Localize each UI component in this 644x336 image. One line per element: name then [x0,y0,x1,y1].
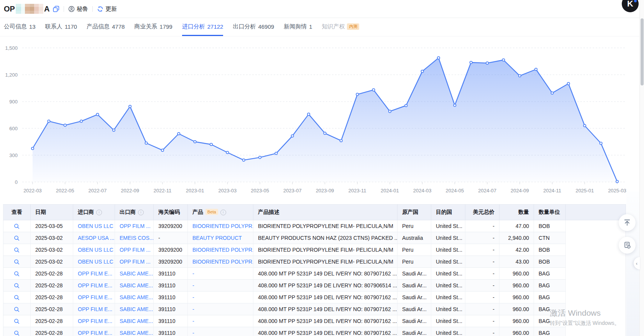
beta-badge: Beta [205,209,218,215]
back-to-top-button[interactable] [619,214,636,231]
product-link[interactable]: - [192,330,194,336]
tab-product-info[interactable]: 产品信息4778 [87,18,125,36]
tab-contacts[interactable]: 联系人1170 [45,18,77,36]
importer-link[interactable]: OPP FILM E... [78,306,112,312]
importer-link[interactable]: OBEN US LLC [78,223,113,229]
exporter-link[interactable]: EMEIS COS... [120,235,154,241]
copy-icon[interactable] [53,6,59,12]
data-point-marker [307,113,310,115]
x-axis-tick-label: 2022-07 [89,188,107,193]
import-trend-chart[interactable]: 03006009001,2001,5002022-032022-052022-0… [0,36,627,195]
table-row: 2025-02-28OPP FILM E...SABIC AME...39111… [3,292,626,303]
importer-link[interactable]: OPP FILM E... [78,282,112,288]
product-link[interactable]: BIOORIENTED POLYPR... [192,247,253,253]
view-detail-button[interactable] [14,271,20,277]
exporter-link[interactable]: SABIC AME... [120,270,153,277]
cell-quantity: 2,940.00 [499,232,534,244]
data-point-marker [96,113,99,116]
cell-description: BIORIENTED POLYPROPYLENE FILM- PELICULA,… [253,244,398,256]
importer-link[interactable]: OPP FILM E... [78,294,112,300]
view-detail-button[interactable] [14,247,20,253]
cell-importer: OBEN US LLC [73,256,115,268]
view-detail-button[interactable] [14,330,20,336]
view-detail-button[interactable] [14,235,20,241]
cell-date: 2025-03-02 [31,232,73,244]
cell-hs-code: 39209200 [154,220,188,232]
cell-destination-country: United St... [431,280,465,292]
vertical-scrollbar[interactable] [639,0,644,336]
x-axis-tick-label: 2023-05 [251,188,269,193]
importer-link[interactable]: OPP FILM E... [78,318,112,324]
product-link[interactable]: - [192,318,194,324]
refresh-icon[interactable] [97,6,104,12]
column-header-filler [566,205,626,220]
cell-view [3,292,31,303]
view-detail-button[interactable] [14,283,20,289]
tab-import-analysis[interactable]: 进口分析27122 [182,18,223,36]
exporter-link[interactable]: OPP FILM ... [120,223,151,229]
exporter-link[interactable]: OPP FILM ... [120,247,151,253]
info-icon[interactable]: i [138,210,144,215]
app-logo[interactable]: K [622,0,639,12]
info-icon[interactable]: i [220,210,226,215]
y-axis-tick-label: 900 [9,99,18,105]
cell-exporter: SABIC AME... [115,315,154,327]
search-icon [14,271,20,277]
importer-link[interactable]: OPP FILM E... [78,330,112,336]
cell-hs-code: - [154,232,188,244]
cell-product: BEAUTY PRODUCT [188,232,253,244]
x-axis-tick-label: 2024-09 [511,188,529,193]
exporter-link[interactable]: SABIC AME... [120,294,153,300]
x-axis-tick-label: 2025-03 [608,188,626,193]
view-detail-button[interactable] [14,318,20,325]
exporter-link[interactable]: OPP FILM ... [120,259,151,265]
info-icon[interactable]: i [96,210,102,215]
chevron-left-icon: ‹ [636,261,637,266]
view-detail-button[interactable] [14,223,20,229]
exporter-link[interactable]: SABIC AME... [120,318,153,324]
tab-news-sentiment[interactable]: 新闻舆情1 [284,18,312,36]
cell-exporter: SABIC AME... [115,303,154,315]
tab-intellectual-property[interactable]: 知识产权内测 [322,18,359,36]
column-label: 出口商 [120,209,136,215]
column-header-origin-country: 原产国 [398,205,431,220]
search-icon [14,295,20,301]
tab-company-info[interactable]: 公司信息13 [4,18,36,36]
refresh-label[interactable]: 更新 [105,5,117,13]
product-link[interactable]: - [192,294,194,300]
cell-usd-total: - [465,327,499,336]
importer-link[interactable]: OBEN US LLC [78,247,113,253]
product-link[interactable]: BEAUTY PRODUCT [192,235,242,241]
data-point-marker [551,92,553,94]
feedback-button[interactable] [619,237,636,254]
tab-export-analysis[interactable]: 出口分析46909 [233,18,274,36]
product-link[interactable]: - [192,306,194,312]
cell-filler [566,303,626,315]
cell-usd-total: - [465,268,499,280]
product-link[interactable]: BIOORIENTED POLYPR... [192,259,253,265]
importer-link[interactable]: AESOP USA ... [78,235,114,241]
data-point-marker [421,70,423,72]
view-detail-button[interactable] [14,306,20,313]
scrollbar-thumb[interactable] [641,18,644,85]
data-point-marker [242,159,245,161]
view-detail-button[interactable] [14,295,20,301]
exporter-link[interactable]: SABIC AME... [120,306,153,312]
importer-link[interactable]: OPP FILM E... [78,270,112,277]
data-point-marker [437,57,440,59]
product-link[interactable]: - [192,270,194,277]
cell-product: - [188,327,253,336]
product-link[interactable]: - [192,282,194,288]
tab-business-relations[interactable]: 商业关系1799 [134,18,172,36]
exporter-link[interactable]: SABIC AME... [120,330,153,336]
cell-quantity-unit: BAG [534,315,566,327]
view-detail-button[interactable] [14,259,20,265]
product-link[interactable]: BIOORIENTED POLYPR... [192,223,253,229]
table-row: 2025-02-28OPP FILM E...SABIC AME...39111… [3,303,626,315]
cell-description: 408.000 MT PP 5231P 149 DEL IVERY NO: 80… [253,268,398,280]
cell-quantity-unit: BAG [534,268,566,280]
x-axis-tick-label: 2022-05 [56,188,74,193]
importer-link[interactable]: OBEN US LLC [78,259,113,265]
exporter-link[interactable]: SABIC AME... [120,282,153,288]
cell-date: 2025-02-28 [31,268,73,280]
